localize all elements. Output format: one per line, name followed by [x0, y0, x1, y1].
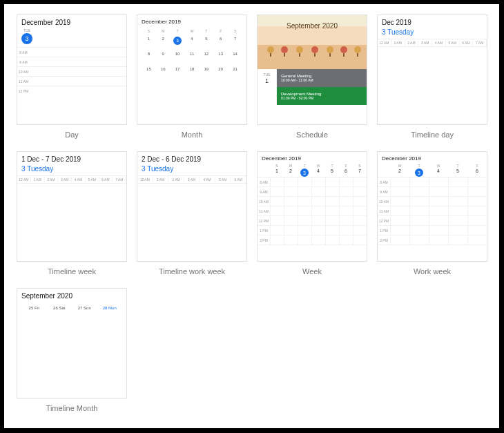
week-cell[interactable] [311, 235, 325, 244]
week-cell[interactable] [429, 187, 448, 196]
week-cell[interactable] [339, 197, 353, 206]
week-cell[interactable] [390, 206, 409, 215]
month-cell[interactable]: 1 [142, 37, 156, 52]
week-cell[interactable] [270, 235, 284, 244]
week-cell[interactable] [311, 187, 325, 196]
month-cell[interactable]: 3 [171, 37, 185, 52]
week-cell[interactable] [409, 226, 429, 235]
week-cell[interactable] [311, 206, 325, 215]
week-cell[interactable] [429, 226, 448, 235]
week-cell[interactable] [339, 206, 353, 215]
week-cell[interactable] [409, 216, 429, 225]
week-cell[interactable] [353, 206, 367, 215]
week-day-column[interactable]: T5 [325, 164, 339, 177]
week-cell[interactable] [467, 206, 487, 215]
week-day-column[interactable]: T3 [409, 164, 429, 177]
timeline-month-day[interactable]: 26 Sat [47, 306, 72, 310]
schedule-event-1[interactable]: Development Meeting 01:00 PM - 02:00 PM [277, 87, 367, 105]
week-cell[interactable] [298, 197, 311, 206]
week-cell[interactable] [467, 235, 487, 244]
week-day-column[interactable]: W4 [429, 164, 448, 177]
week-cell[interactable] [311, 226, 325, 235]
month-cell[interactable]: 2 [156, 37, 171, 52]
week-cell[interactable] [284, 235, 298, 244]
week-cell[interactable] [390, 197, 409, 206]
week-day-column[interactable]: M2 [284, 164, 298, 177]
week-cell[interactable] [448, 206, 467, 215]
week-cell[interactable] [448, 226, 467, 235]
week-cell[interactable] [409, 177, 429, 186]
week-cell[interactable] [311, 197, 325, 206]
week-cell[interactable] [390, 226, 409, 235]
week-cell[interactable] [325, 216, 339, 225]
week-day-column[interactable]: F6 [467, 164, 487, 177]
week-cell[interactable] [325, 197, 339, 206]
week-cell[interactable] [448, 177, 467, 186]
week-cell[interactable] [339, 187, 353, 196]
week-cell[interactable] [298, 235, 311, 244]
week-cell[interactable] [284, 177, 298, 186]
week-cell[interactable] [390, 177, 409, 186]
week-cell[interactable] [409, 197, 429, 206]
week-cell[interactable] [284, 206, 298, 215]
card-work-week[interactable]: December 2019 M2T3W4T5F6 8 AM9 AM10 AM11… [377, 151, 487, 262]
week-cell[interactable] [339, 216, 353, 225]
week-cell[interactable] [325, 226, 339, 235]
week-cell[interactable] [339, 235, 353, 244]
week-day-column[interactable]: T3 [298, 164, 311, 177]
month-cell[interactable]: 18 [185, 67, 200, 82]
week-cell[interactable] [353, 197, 367, 206]
week-cell[interactable] [325, 187, 339, 196]
week-cell[interactable] [448, 187, 467, 196]
week-day-column[interactable]: S1 [270, 164, 284, 177]
week-cell[interactable] [353, 216, 367, 225]
month-cell[interactable]: 20 [213, 67, 228, 82]
week-cell[interactable] [270, 187, 284, 196]
week-cell[interactable] [339, 177, 353, 186]
week-cell[interactable] [448, 197, 467, 206]
week-cell[interactable] [284, 226, 298, 235]
week-cell[interactable] [284, 187, 298, 196]
schedule-event-0[interactable]: General Meeting 10:00 AM - 11:00 AM [277, 69, 367, 87]
week-cell[interactable] [467, 187, 487, 196]
week-cell[interactable] [409, 206, 429, 215]
card-timeline-month[interactable]: September 2020 25 Fri26 Sat27 Sun28 Mon [17, 288, 127, 398]
week-day-column[interactable]: W4 [311, 164, 325, 177]
week-cell[interactable] [325, 177, 339, 186]
week-cell[interactable] [429, 197, 448, 206]
week-cell[interactable] [270, 177, 284, 186]
timeline-month-day[interactable]: 27 Sun [72, 306, 97, 310]
week-cell[interactable] [409, 235, 429, 244]
week-cell[interactable] [353, 177, 367, 186]
week-cell[interactable] [339, 226, 353, 235]
card-timeline-work-week[interactable]: 2 Dec - 6 Dec 2019 3 Tuesday 12 AM1 AM2 … [137, 151, 247, 262]
week-cell[interactable] [353, 187, 367, 196]
week-cell[interactable] [467, 197, 487, 206]
week-day-column[interactable]: S7 [353, 164, 367, 177]
week-cell[interactable] [270, 216, 284, 225]
week-cell[interactable] [353, 226, 367, 235]
week-cell[interactable] [270, 206, 284, 215]
month-cell[interactable]: 14 [228, 52, 242, 67]
week-cell[interactable] [311, 216, 325, 225]
month-cell[interactable]: 15 [142, 67, 156, 82]
week-cell[interactable] [298, 226, 311, 235]
week-cell[interactable] [298, 206, 311, 215]
week-cell[interactable] [390, 187, 409, 196]
card-day[interactable]: December 2019 TUE 3 8 AM9 AM10 AM11 AM12… [17, 15, 127, 125]
week-cell[interactable] [270, 197, 284, 206]
week-cell[interactable] [409, 187, 429, 196]
week-cell[interactable] [298, 187, 311, 196]
month-cell[interactable]: 13 [213, 52, 228, 67]
week-cell[interactable] [311, 177, 325, 186]
week-cell[interactable] [298, 216, 311, 225]
month-cell[interactable]: 7 [228, 37, 242, 52]
month-cell[interactable]: 21 [228, 67, 242, 82]
card-month[interactable]: December 2019 SMTWTFS 123456789101112131… [137, 15, 247, 125]
week-day-column[interactable]: F6 [339, 164, 353, 177]
week-cell[interactable] [429, 235, 448, 244]
week-cell[interactable] [448, 216, 467, 225]
week-cell[interactable] [467, 226, 487, 235]
month-cell[interactable]: 16 [156, 67, 171, 82]
week-cell[interactable] [270, 226, 284, 235]
